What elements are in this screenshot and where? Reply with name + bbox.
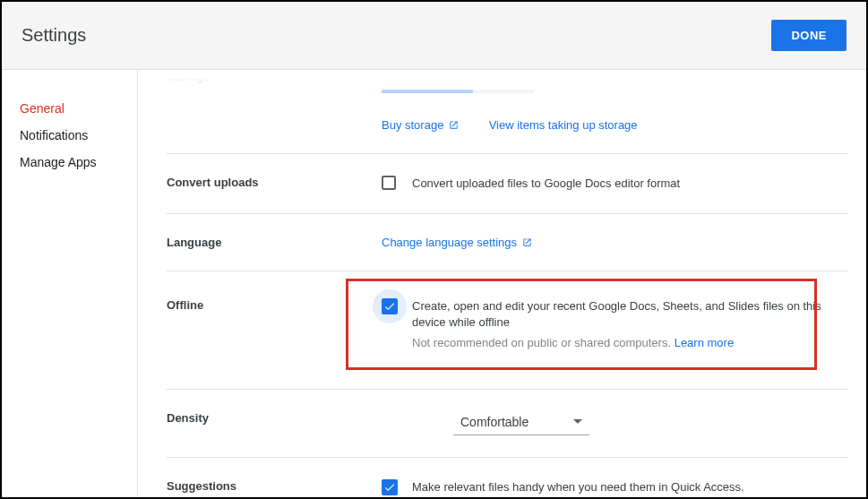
settings-content: Storage 9 GB of 15 GB used Buy storage V… xyxy=(138,70,866,497)
convert-uploads-label: Convert uploaded files to Google Docs ed… xyxy=(412,176,680,192)
page-title: Settings xyxy=(21,25,86,46)
sidebar-item-general[interactable]: General xyxy=(2,95,137,122)
settings-sidebar: General Notifications Manage Apps xyxy=(2,70,138,497)
convert-uploads-checkbox[interactable] xyxy=(382,176,398,192)
buy-storage-link[interactable]: Buy storage xyxy=(382,118,462,132)
section-label-convert: Convert uploads xyxy=(167,176,382,192)
offline-description: Create, open and edit your recent Google… xyxy=(412,298,848,331)
section-label-density: Density xyxy=(167,411,382,435)
chevron-down-icon xyxy=(573,419,582,424)
suggestions-description: Make relevant files handy when you need … xyxy=(412,479,744,495)
dialog-header: Settings DONE xyxy=(2,2,866,70)
storage-progress-bar xyxy=(382,90,534,93)
section-label-language: Language xyxy=(167,236,382,249)
section-language: Language Change language settings xyxy=(167,214,848,271)
section-label-suggestions: Suggestions xyxy=(167,479,382,495)
section-convert-uploads: Convert uploads Convert uploaded files t… xyxy=(167,154,848,214)
storage-usage-text: 9 GB of 15 GB used xyxy=(382,70,848,79)
view-storage-items-link[interactable]: View items taking up storage xyxy=(489,118,638,132)
external-link-icon xyxy=(522,237,532,246)
sidebar-item-manage-apps[interactable]: Manage Apps xyxy=(2,149,137,176)
section-label-offline: Offline xyxy=(167,298,382,351)
sidebar-item-notifications[interactable]: Notifications xyxy=(2,122,137,149)
section-suggestions: Suggestions Make relevant files handy wh… xyxy=(167,458,848,497)
external-link-icon xyxy=(449,119,459,129)
section-offline: Offline Create, open and edit your recen… xyxy=(167,271,848,390)
done-button[interactable]: DONE xyxy=(771,20,847,51)
density-dropdown[interactable]: Comfortable xyxy=(453,411,589,435)
section-density: Density Comfortable xyxy=(167,390,848,458)
change-language-link[interactable]: Change language settings xyxy=(382,236,532,249)
offline-checkbox[interactable] xyxy=(382,298,398,314)
section-label-storage: Storage xyxy=(167,70,382,132)
offline-subtext: Not recommended on public or shared comp… xyxy=(412,335,848,351)
density-value: Comfortable xyxy=(460,415,529,429)
suggestions-checkbox[interactable] xyxy=(382,479,398,495)
section-storage: Storage 9 GB of 15 GB used Buy storage V… xyxy=(167,70,848,154)
offline-learn-more-link[interactable]: Learn more xyxy=(675,336,734,349)
